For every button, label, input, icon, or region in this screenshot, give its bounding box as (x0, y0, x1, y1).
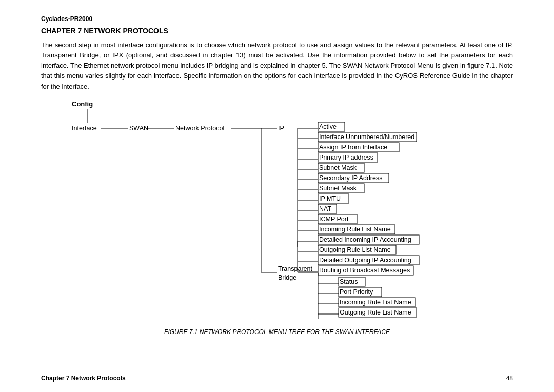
transparent-bridge-label2: Bridge (278, 274, 296, 281)
bridge-option-status: Status (340, 278, 358, 285)
bridge-option-port-priority: Port Priority (340, 288, 373, 296)
ip-option-routing-broadcast: Routing of Broadcast Messages (319, 267, 410, 274)
ip-option-mtu: IP MTU (319, 195, 341, 202)
body-text: The second step in most interface config… (41, 40, 513, 92)
ip-option-icmp: ICMP Port (319, 215, 349, 223)
diagram-section: Config Interface SWAN Network Protocol (41, 100, 513, 336)
header-label: Cyclades-PR2000 (41, 15, 513, 23)
ip-option-subnet1: Subnet Mask (319, 164, 357, 171)
ip-option-detailed-incoming: Detailed Incoming IP Accounting (319, 236, 411, 243)
tree-diagram: Interface SWAN Network Protocol IP (72, 109, 533, 324)
network-protocol-node: Network Protocol (175, 125, 224, 132)
footer-left: Chapter 7 Network Protocols (41, 375, 126, 382)
config-label: Config (72, 100, 513, 108)
chapter-title: CHAPTER 7 NETWORK PROTOCOLS (41, 27, 513, 35)
ip-option-outgoing-rule: Outgoing Rule List Name (319, 246, 391, 253)
ip-node: IP (278, 125, 284, 132)
ip-option-subnet2: Subnet Mask (319, 185, 357, 192)
bridge-option-incoming-rule: Incoming Rule List Name (340, 299, 411, 306)
figure-caption: FIGURE 7.1 NETWORK PROTOCOL MENU TREE FO… (41, 328, 513, 336)
swan-node: SWAN (129, 125, 148, 132)
footer-right: 48 (506, 375, 513, 382)
page: Cyclades-PR2000 CHAPTER 7 NETWORK PROTOC… (0, 0, 554, 392)
interface-node: Interface (72, 125, 97, 132)
ip-option-incoming-rule: Incoming Rule List Name (319, 226, 391, 233)
ip-option-primary: Primary IP address (319, 154, 373, 161)
ip-option-detailed-outgoing: Detailed Outgoing IP Accounting (319, 257, 411, 264)
footer: Chapter 7 Network Protocols 48 (41, 375, 513, 382)
ip-option-nat: NAT (319, 205, 331, 212)
ip-option-active: Active (319, 123, 337, 130)
ip-option-unnumbered: Interface Unnumbered/Numbered (319, 133, 414, 141)
ip-option-secondary: Secondary IP Address (319, 174, 382, 182)
ip-option-assign: Assign IP from Interface (319, 144, 387, 151)
transparent-bridge-label: Transparent (278, 265, 312, 272)
bridge-option-outgoing-rule: Outgoing Rule List Name (340, 309, 411, 316)
tree-container: Interface SWAN Network Protocol IP (72, 109, 513, 324)
